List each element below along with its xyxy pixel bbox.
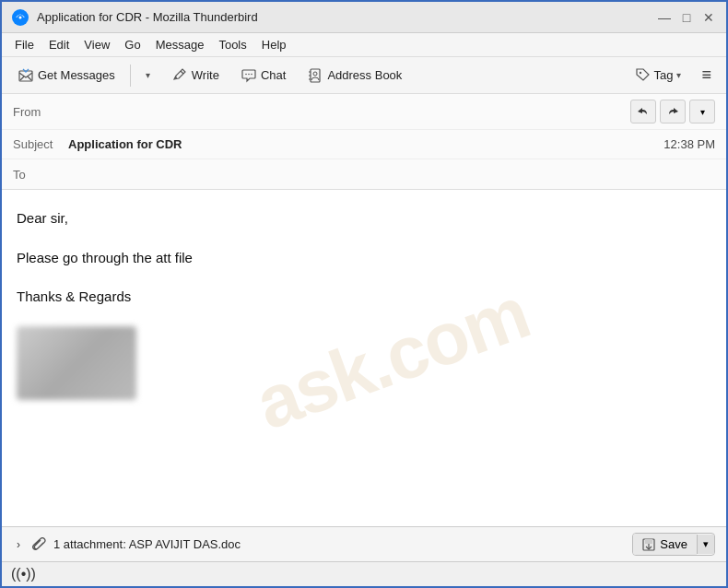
chat-button[interactable]: Chat (232, 65, 295, 87)
tag-icon (636, 68, 651, 83)
get-messages-label: Get Messages (38, 68, 115, 82)
body-line2: Please go through the att file (17, 248, 711, 269)
more-button[interactable]: ▾ (689, 100, 715, 123)
write-button[interactable]: Write (163, 65, 229, 87)
svg-point-7 (251, 73, 252, 75)
attachment-label: 1 attachment: ASP AVIJIT DAS.doc (53, 537, 625, 551)
title-bar: Application for CDR - Mozilla Thunderbir… (2, 2, 726, 33)
main-window: Application for CDR - Mozilla Thunderbir… (0, 0, 728, 588)
menu-message[interactable]: Message (150, 36, 210, 53)
to-row: To (2, 159, 726, 189)
address-book-button[interactable]: Address Book (299, 65, 411, 87)
toolbar-right: Tag ▾ ≡ (628, 62, 719, 88)
svg-point-5 (245, 73, 247, 75)
menu-file[interactable]: File (9, 36, 40, 53)
chat-icon (241, 68, 256, 83)
svg-point-9 (313, 72, 317, 76)
svg-rect-15 (645, 539, 652, 544)
svg-point-13 (639, 71, 640, 73)
save-icon (642, 538, 655, 551)
email-header: From ▾ Subject App (2, 94, 726, 190)
from-row: From ▾ (2, 94, 726, 130)
hamburger-button[interactable]: ≡ (694, 62, 719, 88)
write-icon (172, 68, 187, 83)
app-icon (11, 8, 29, 27)
menu-tools[interactable]: Tools (213, 36, 252, 53)
attachment-bar: › 1 attachment: ASP AVIJIT DAS.doc Save … (2, 526, 726, 561)
svg-line-4 (181, 71, 183, 74)
wifi-icon: ((•)) (11, 566, 36, 582)
title-bar-left: Application for CDR - Mozilla Thunderbir… (11, 8, 258, 27)
paperclip-icon (31, 537, 46, 552)
forward-icon (666, 105, 679, 118)
window-controls: — □ ✕ (656, 9, 717, 26)
subject-row: Subject Application for CDR 12:38 PM (2, 130, 726, 159)
email-time: 12:38 PM (663, 137, 715, 151)
save-label: Save (660, 537, 687, 551)
dropdown-get-messages-button[interactable]: ▾ (136, 66, 159, 84)
tag-dropdown-icon: ▾ (676, 70, 681, 80)
toolbar: Get Messages ▾ Write Chat (2, 57, 726, 94)
save-button[interactable]: Save (633, 534, 697, 555)
get-messages-button[interactable]: Get Messages (9, 65, 124, 87)
email-body: ask.com Dear sir, Please go through the … (2, 190, 726, 526)
reply-button[interactable] (630, 100, 656, 123)
tag-button[interactable]: Tag ▾ (628, 65, 689, 87)
reply-buttons: ▾ (630, 100, 715, 123)
menu-view[interactable]: View (78, 36, 115, 53)
address-book-label: Address Book (327, 68, 402, 82)
menu-edit[interactable]: Edit (43, 36, 75, 53)
save-button-group: Save ▾ (632, 533, 715, 556)
close-button[interactable]: ✕ (700, 9, 717, 26)
save-dropdown-icon: ▾ (703, 538, 709, 549)
svg-point-6 (248, 73, 250, 75)
more-dropdown-icon: ▾ (700, 107, 705, 117)
write-label: Write (192, 68, 219, 82)
body-line1: Dear sir, (17, 208, 711, 229)
body-line3: Thanks & Regards (17, 287, 711, 308)
maximize-button[interactable]: □ (678, 9, 695, 26)
blurred-signature-image (17, 326, 136, 400)
subject-value: Application for CDR (68, 137, 663, 151)
from-label: From (13, 105, 68, 119)
menu-help[interactable]: Help (256, 36, 292, 53)
toolbar-sep-1 (130, 65, 131, 87)
dropdown-arrow-icon: ▾ (146, 70, 150, 80)
status-bar: ((•)) (2, 561, 726, 586)
reply-icon (637, 105, 650, 118)
forward-button[interactable] (660, 100, 686, 123)
subject-label: Subject (13, 137, 68, 151)
tag-label: Tag (654, 68, 674, 82)
save-dropdown-button[interactable]: ▾ (697, 535, 714, 554)
attachment-expand-button[interactable]: › (13, 536, 24, 553)
chat-label: Chat (261, 68, 286, 82)
address-book-icon (308, 68, 323, 83)
get-messages-icon (18, 68, 33, 83)
menu-bar: File Edit View Go Message Tools Help (2, 33, 726, 57)
window-title: Application for CDR - Mozilla Thunderbir… (37, 10, 258, 24)
to-label: To (13, 168, 68, 182)
menu-go[interactable]: Go (119, 36, 146, 53)
minimize-button[interactable]: — (656, 9, 673, 26)
svg-point-2 (19, 16, 22, 18)
